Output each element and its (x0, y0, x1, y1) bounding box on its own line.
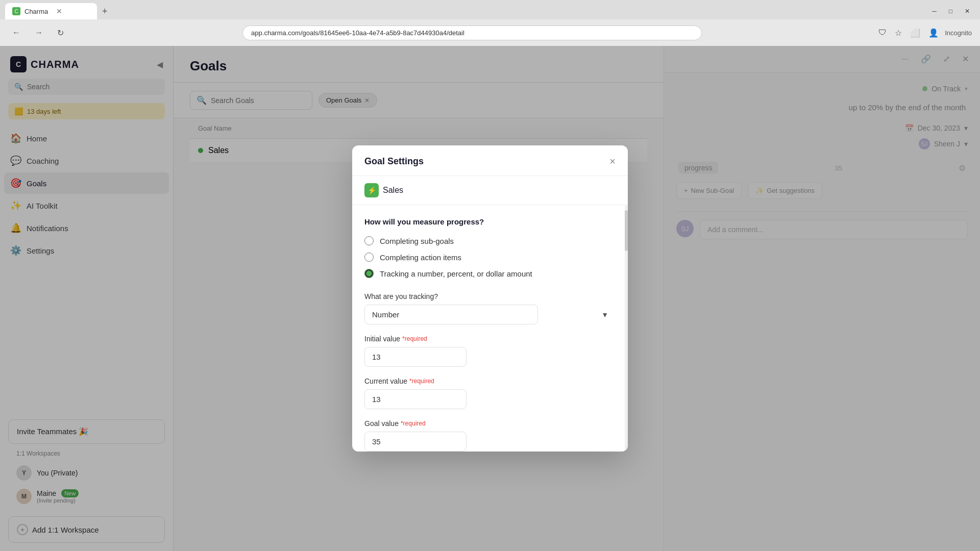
modal-goal-name: Sales (383, 186, 403, 195)
goal-value-label-text: Goal value (364, 419, 399, 428)
goal-lightning-icon: ⚡ (368, 186, 376, 194)
radio-label-action-items: Completing action items (380, 253, 461, 262)
tracking-label-text: What are you tracking? (364, 292, 438, 300)
radio-group: Completing sub-goals Completing action i… (364, 236, 616, 278)
tab-bar: C Charma ✕ + ─ □ ✕ (0, 0, 980, 19)
radio-sub-goals[interactable]: Completing sub-goals (364, 236, 616, 245)
tracking-field: What are you tracking? Number Percent Do… (364, 292, 616, 324)
modal-goal-label: ⚡ Sales (352, 176, 628, 205)
initial-value-input[interactable] (364, 347, 467, 367)
tracking-select-wrapper: Number Percent Dollar Amount ▼ (364, 305, 616, 324)
initial-value-label-text: Initial value (364, 335, 400, 343)
select-arrow-icon: ▼ (601, 311, 608, 319)
tracking-select[interactable]: Number Percent Dollar Amount (364, 305, 538, 324)
goal-value-field: Goal value *required (364, 419, 616, 452)
current-value-label-text: Current value (364, 377, 407, 385)
modal-close-button[interactable]: × (609, 156, 616, 167)
modal-overlay: Goal Settings × ⚡ Sales How will you mea… (0, 46, 980, 551)
app-layout: C CHARMA ◀ 🔍 🟨 13 days left 🏠 Home 💬 Coa… (0, 46, 980, 551)
forward-button[interactable]: → (31, 26, 47, 39)
goal-value-required: *required (401, 420, 426, 427)
modal-scrollbar-thumb (625, 210, 628, 251)
current-value-required: *required (409, 378, 434, 385)
initial-value-label: Initial value *required (364, 335, 616, 343)
radio-label-tracking: Tracking a number, percent, or dollar am… (380, 269, 532, 278)
current-value-field: Current value *required (364, 377, 616, 409)
minimize-button[interactable]: ─ (926, 3, 943, 19)
tab-favicon: C (12, 7, 20, 15)
current-value-label: Current value *required (364, 377, 616, 385)
modal-body: How will you measure progress? Completin… (352, 205, 628, 452)
radio-input-tracking[interactable] (364, 269, 374, 278)
bookmark-icon[interactable]: ☆ (893, 26, 904, 40)
profile-icon[interactable]: 👤 (926, 26, 941, 40)
window-controls: ─ □ ✕ (926, 3, 980, 19)
radio-label-sub-goals: Completing sub-goals (380, 237, 454, 245)
browser-chrome: C Charma ✕ + ─ □ ✕ ← → ↻ 🛡 ☆ ⬜ 👤 Incogni… (0, 0, 980, 46)
tab-close-button[interactable]: ✕ (56, 7, 62, 15)
shield-icon: 🛡 (876, 26, 889, 39)
modal-scrollbar (625, 205, 628, 452)
modal-goal-icon: ⚡ (364, 183, 379, 197)
goal-value-label: Goal value *required (364, 419, 616, 428)
url-input[interactable] (242, 26, 702, 40)
tracking-label: What are you tracking? (364, 292, 616, 300)
refresh-button[interactable]: ↻ (53, 26, 68, 40)
radio-input-action-items[interactable] (364, 253, 374, 262)
goal-value-input[interactable] (364, 432, 467, 452)
current-value-input[interactable] (364, 389, 467, 409)
extension-icon[interactable]: ⬜ (908, 26, 922, 40)
address-bar: ← → ↻ 🛡 ☆ ⬜ 👤 Incognito (0, 19, 980, 46)
radio-action-items[interactable]: Completing action items (364, 253, 616, 262)
radio-input-sub-goals[interactable] (364, 236, 374, 245)
initial-value-field: Initial value *required (364, 335, 616, 367)
active-tab[interactable]: C Charma ✕ (5, 3, 97, 19)
modal-section-title: How will you measure progress? (364, 217, 616, 226)
close-button[interactable]: ✕ (959, 3, 976, 19)
radio-tracking[interactable]: Tracking a number, percent, or dollar am… (364, 269, 616, 278)
goal-settings-modal: Goal Settings × ⚡ Sales How will you mea… (352, 145, 628, 452)
back-button[interactable]: ← (8, 26, 24, 39)
initial-value-required: *required (402, 335, 427, 342)
tab-title: Charma (24, 8, 48, 15)
maximize-button[interactable]: □ (943, 3, 959, 19)
browser-actions: 🛡 ☆ ⬜ 👤 Incognito (876, 26, 972, 40)
modal-header: Goal Settings × (352, 145, 628, 176)
new-tab-button[interactable]: + (97, 6, 113, 17)
incognito-label: Incognito (945, 29, 972, 37)
modal-title: Goal Settings (364, 156, 424, 167)
